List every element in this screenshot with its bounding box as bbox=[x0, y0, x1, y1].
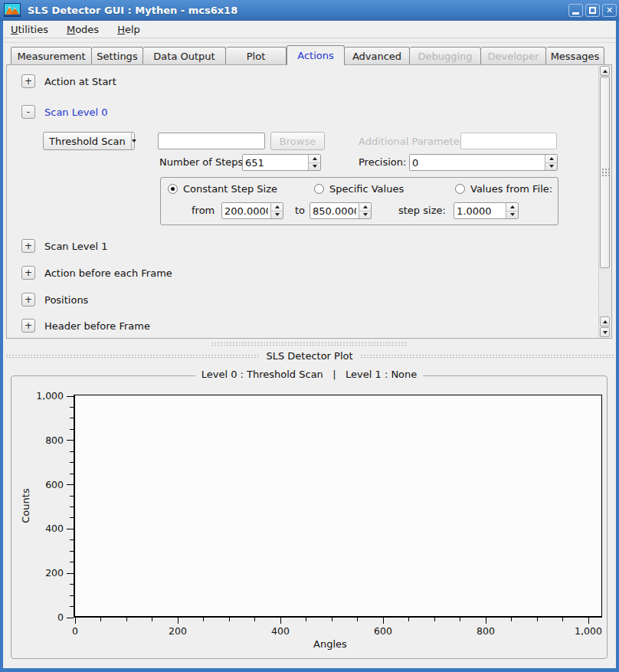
precision-label: Precision: bbox=[359, 156, 406, 168]
from-input[interactable] bbox=[222, 203, 270, 218]
menu-utilities[interactable]: Utilities bbox=[11, 24, 48, 35]
minimize-button[interactable] bbox=[568, 4, 583, 17]
spin-down-icon bbox=[363, 213, 368, 216]
spin-down-icon bbox=[275, 213, 280, 216]
spin-buttons bbox=[506, 203, 518, 218]
spin-up-icon bbox=[510, 205, 515, 208]
expand-button-positions[interactable]: + bbox=[21, 293, 35, 306]
y-minor-tick bbox=[70, 606, 74, 607]
radio-icon bbox=[168, 184, 178, 194]
spin-down-button[interactable] bbox=[309, 163, 320, 171]
spin-down-button[interactable] bbox=[545, 163, 557, 171]
tab-advanced[interactable]: Advanced bbox=[345, 47, 410, 64]
x-minor-tick bbox=[254, 618, 255, 621]
radio-specific-values[interactable]: Specific Values bbox=[314, 183, 404, 194]
x-tick bbox=[588, 618, 589, 624]
number-of-steps-input[interactable] bbox=[243, 155, 308, 170]
tab-developer: Developer bbox=[481, 47, 546, 64]
y-minor-tick bbox=[70, 451, 74, 452]
x-minor-tick bbox=[408, 618, 409, 621]
y-minor-tick bbox=[70, 539, 74, 540]
spin-up-button[interactable] bbox=[309, 155, 320, 163]
plot-canvas[interactable] bbox=[74, 395, 602, 618]
vertical-scrollbar[interactable] bbox=[598, 66, 611, 337]
spin-up-icon bbox=[313, 157, 317, 160]
y-minor-tick bbox=[70, 595, 74, 596]
tab-settings[interactable]: Settings bbox=[92, 47, 143, 64]
scan-mode-combobox[interactable]: Threshold Scan bbox=[43, 132, 135, 150]
expand-button-action-at-start[interactable]: + bbox=[21, 74, 35, 88]
expand-button-action-before-each-frame[interactable]: + bbox=[21, 266, 35, 280]
splitter: SLS Detector Plot bbox=[3, 340, 616, 363]
app-icon bbox=[4, 3, 21, 17]
titlebar[interactable]: SLS Detector GUI : Mythen - mcs6x18 ✕ bbox=[0, 0, 619, 21]
tab-messages[interactable]: Messages bbox=[546, 47, 604, 64]
x-minor-tick bbox=[203, 618, 204, 621]
step-size-spinbox[interactable] bbox=[454, 202, 519, 219]
scroll-up-button-bottom[interactable] bbox=[600, 316, 610, 326]
menu-modes[interactable]: Modes bbox=[67, 24, 99, 35]
menu-help[interactable]: Help bbox=[117, 24, 140, 35]
to-input[interactable] bbox=[310, 203, 359, 218]
to-spinbox[interactable] bbox=[310, 202, 372, 219]
expand-button-header-before-frame[interactable]: + bbox=[21, 319, 35, 333]
dock-texture-left bbox=[5, 354, 259, 359]
step-size-input[interactable] bbox=[454, 203, 506, 218]
additional-parameter-field-wrap bbox=[460, 133, 557, 149]
x-minor-tick bbox=[460, 618, 460, 621]
precision-input[interactable] bbox=[410, 155, 545, 170]
x-minor-tick bbox=[511, 618, 512, 621]
actions-scroll-area: + Action at Start - Scan Level 0 Thresho… bbox=[6, 64, 612, 339]
header-before-frame-label: Header before Frame bbox=[44, 320, 150, 332]
scroll-up-button[interactable] bbox=[600, 66, 610, 76]
x-minor-tick bbox=[152, 618, 152, 621]
x-tick bbox=[383, 618, 384, 624]
tab-plot[interactable]: Plot bbox=[226, 47, 287, 64]
expand-button-scan-level-1[interactable]: + bbox=[21, 239, 35, 253]
from-spinbox[interactable] bbox=[221, 202, 283, 219]
y-minor-tick bbox=[70, 562, 74, 562]
precision-spinbox[interactable] bbox=[409, 154, 558, 171]
tab-measurement[interactable]: Measurement bbox=[11, 47, 92, 64]
action-at-start-label: Action at Start bbox=[44, 76, 116, 87]
action-row-start: + Action at Start bbox=[21, 74, 116, 88]
action-row-header-before-frame: + Header before Frame bbox=[21, 319, 150, 333]
maximize-icon bbox=[589, 7, 596, 14]
y-minor-tick bbox=[70, 407, 74, 408]
splitter-handle[interactable] bbox=[211, 342, 408, 346]
additional-parameter-input bbox=[460, 133, 557, 149]
spin-up-button[interactable] bbox=[506, 203, 518, 211]
x-tick-label: 400 bbox=[259, 625, 302, 637]
menubar: Utilities Modes Help bbox=[3, 21, 616, 38]
spin-up-button[interactable] bbox=[359, 203, 371, 211]
spin-down-button[interactable] bbox=[359, 211, 371, 219]
scroll-down-button[interactable] bbox=[600, 327, 610, 337]
scrollbar-thumb[interactable] bbox=[600, 77, 610, 268]
tab-actions[interactable]: Actions bbox=[287, 45, 345, 65]
combo-dropdown-button[interactable] bbox=[131, 133, 136, 149]
script-file-field-wrap bbox=[158, 133, 265, 149]
spin-up-button[interactable] bbox=[271, 203, 283, 211]
maximize-button[interactable] bbox=[585, 4, 600, 17]
action-row-scan-level-1: + Scan Level 1 bbox=[21, 239, 107, 253]
y-minor-tick bbox=[70, 474, 74, 474]
collapse-button-scan-level-0[interactable]: - bbox=[21, 105, 35, 119]
spin-down-icon bbox=[510, 213, 515, 216]
spin-buttons bbox=[270, 203, 283, 218]
y-minor-tick bbox=[70, 551, 74, 552]
radio-values-from-file[interactable]: Values from File: bbox=[455, 183, 552, 194]
scroll-up-icon bbox=[603, 320, 608, 323]
action-before-each-frame-label: Action before each Frame bbox=[44, 267, 172, 279]
number-of-steps-spinbox[interactable] bbox=[242, 154, 321, 171]
y-tick-label: 200 bbox=[19, 567, 64, 579]
scan-level-0-label: Scan Level 0 bbox=[44, 107, 107, 118]
radio-icon bbox=[314, 184, 324, 194]
spin-down-button[interactable] bbox=[506, 211, 518, 219]
close-button[interactable]: ✕ bbox=[602, 4, 617, 17]
tab-data-output[interactable]: Data Output bbox=[143, 47, 226, 64]
spin-up-button[interactable] bbox=[545, 155, 557, 163]
radio-constant-step-size[interactable]: Constant Step Size bbox=[168, 183, 277, 194]
specific-values-label: Specific Values bbox=[329, 183, 404, 195]
script-file-input[interactable] bbox=[158, 133, 265, 149]
spin-down-button[interactable] bbox=[271, 211, 283, 219]
